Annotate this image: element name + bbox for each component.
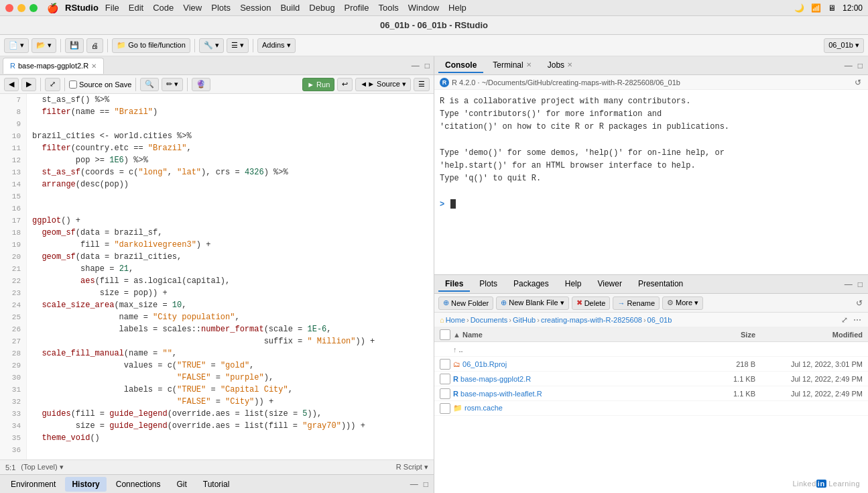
- select-all-checkbox[interactable]: [440, 329, 450, 340]
- col-modified-header[interactable]: Modified: [755, 331, 863, 339]
- forward-button[interactable]: ▶: [21, 78, 36, 91]
- tab-actions: — □: [410, 61, 431, 70]
- tab-help[interactable]: Help: [558, 277, 588, 292]
- tab-packages[interactable]: Packages: [507, 277, 556, 292]
- breadcrumb-home[interactable]: Home: [446, 316, 465, 324]
- minimize-editor-button[interactable]: —: [410, 61, 421, 70]
- breadcrumb-more-button[interactable]: ⋯: [852, 315, 863, 325]
- save-button[interactable]: 💾: [65, 38, 84, 53]
- close-button[interactable]: [5, 4, 13, 12]
- file-row-rproj[interactable]: 🗂 06_01b.Rproj 218 B Jul 12, 2022, 3:01 …: [434, 357, 868, 372]
- breadcrumb-repo[interactable]: creating-maps-with-R-2825608: [541, 316, 642, 324]
- project-button[interactable]: 06_01b ▾: [824, 38, 864, 53]
- menu-profile[interactable]: Profile: [342, 3, 372, 13]
- menu-view[interactable]: View: [180, 3, 204, 13]
- print-button[interactable]: 🖨: [86, 38, 103, 53]
- file-row-leaflet[interactable]: R base-maps-with-leaflet.R 1.1 KB Jul 12…: [434, 386, 868, 401]
- app-name: RStudio: [65, 3, 99, 13]
- open-file-button[interactable]: 📂 ▾: [32, 38, 56, 53]
- source-on-save-label[interactable]: Source on Save: [69, 80, 131, 89]
- file-row-up[interactable]: ↑ ..: [434, 342, 868, 357]
- jobs-close-icon[interactable]: ✕: [567, 61, 572, 68]
- menu-build[interactable]: Build: [277, 3, 302, 13]
- file-checkbox-rproj[interactable]: [440, 359, 450, 370]
- tab-terminal[interactable]: Terminal ✕: [486, 58, 538, 73]
- tab-viewer[interactable]: Viewer: [591, 277, 628, 292]
- menu-file[interactable]: File: [103, 3, 122, 13]
- code-options-button[interactable]: ✏ ▾: [162, 78, 183, 91]
- run-button[interactable]: ► Run: [302, 78, 334, 91]
- tab-close-icon[interactable]: ✕: [91, 62, 97, 70]
- options-dropdown-button[interactable]: ☰: [414, 78, 430, 91]
- tab-presentation[interactable]: Presentation: [631, 277, 690, 292]
- new-file-button[interactable]: 📄 ▾: [4, 38, 29, 53]
- menu-edit[interactable]: Edit: [126, 3, 146, 13]
- bottom-minimize-button[interactable]: —: [409, 480, 420, 489]
- more-button[interactable]: ⚙ More ▾: [662, 296, 703, 310]
- show-in-window-button[interactable]: ⤢: [45, 78, 60, 91]
- file-checkbox-leaflet[interactable]: [440, 388, 450, 399]
- editor-tab-r[interactable]: R base-maps-ggplot2.R ✕: [3, 58, 104, 74]
- files-section: Files Plots Packages Help Viewer Present…: [434, 275, 868, 493]
- file-row-ggplot2[interactable]: R base-maps-ggplot2.R 1.1 KB Jul 12, 202…: [434, 372, 868, 386]
- source-on-save-checkbox[interactable]: [69, 80, 77, 89]
- file-checkbox-cache[interactable]: [440, 403, 450, 414]
- code-editor[interactable]: 7 st_as_sf() %>% 8 filter(name == "Brazi…: [0, 94, 434, 459]
- menu-session[interactable]: Session: [237, 3, 273, 13]
- addins-button[interactable]: Addins ▾: [257, 38, 296, 53]
- menu-plots[interactable]: Plots: [208, 3, 233, 13]
- delete-button[interactable]: ✖ Delete: [572, 296, 611, 310]
- tab-git[interactable]: Git: [170, 477, 193, 492]
- tab-connections[interactable]: Connections: [109, 477, 168, 492]
- breadcrumb-github[interactable]: GitHub: [513, 316, 536, 324]
- source-button[interactable]: ◄► Source ▾: [355, 78, 411, 91]
- tab-files[interactable]: Files: [438, 277, 470, 292]
- menu-debug[interactable]: Debug: [306, 3, 337, 13]
- sep2: ›: [509, 316, 511, 324]
- new-blank-file-button[interactable]: ⊕ New Blank File ▾: [496, 296, 568, 310]
- tab-history[interactable]: History: [65, 477, 106, 492]
- search-button[interactable]: 🔍: [140, 78, 159, 91]
- wand-button[interactable]: 🔮: [192, 78, 210, 91]
- menu-tools[interactable]: Tools: [375, 3, 401, 13]
- menu-code[interactable]: Code: [150, 3, 176, 13]
- back-button[interactable]: ◀: [4, 78, 19, 91]
- files-minimize-button[interactable]: —: [843, 280, 854, 289]
- run-previous-button[interactable]: ↩: [337, 78, 353, 91]
- new-folder-button[interactable]: ⊕ New Folder: [438, 296, 493, 310]
- code-tools-button[interactable]: 🔧 ▾: [199, 38, 224, 53]
- breadcrumb-up-button[interactable]: ⤢: [840, 315, 849, 325]
- rename-button[interactable]: → Rename: [613, 296, 660, 310]
- minimize-button[interactable]: [17, 4, 25, 12]
- menu-help[interactable]: Help: [446, 3, 469, 13]
- code-line-27: 27 suffix = " Million")) +: [0, 335, 434, 347]
- tab-console[interactable]: Console: [438, 58, 483, 73]
- terminal-close-icon[interactable]: ✕: [526, 61, 532, 68]
- console-refresh-button[interactable]: ↺: [853, 78, 863, 87]
- col-name-header[interactable]: ▲ Name: [453, 331, 702, 339]
- maximize-editor-button[interactable]: □: [424, 61, 431, 70]
- options-button[interactable]: ☰ ▾: [227, 38, 249, 53]
- files-refresh-button[interactable]: ↺: [855, 298, 864, 308]
- col-size-header[interactable]: Size: [702, 331, 755, 339]
- goto-file-button[interactable]: 📁 Go to file/function: [112, 38, 190, 53]
- window-title: 06_01b - 06_01b - RStudio: [380, 20, 488, 30]
- file-checkbox-ggplot2[interactable]: [440, 374, 450, 384]
- left-panel: R base-maps-ggplot2.R ✕ — □ ◀ ▶ ⤢ Source…: [0, 56, 434, 493]
- files-list: ↑ .. 🗂 06_01b.Rproj 218 B: [434, 342, 868, 493]
- file-row-cache[interactable]: 📁 rosm.cache: [434, 401, 868, 416]
- menu-window[interactable]: Window: [406, 3, 442, 13]
- tab-tutorial[interactable]: Tutorial: [196, 477, 237, 492]
- code-level[interactable]: (Top Level) ▾: [21, 463, 63, 472]
- tab-plots[interactable]: Plots: [473, 277, 504, 292]
- console-minimize-button[interactable]: —: [843, 61, 854, 70]
- file-type[interactable]: R Script ▾: [396, 463, 428, 472]
- tab-environment[interactable]: Environment: [4, 477, 62, 492]
- fullscreen-button[interactable]: [29, 4, 38, 12]
- breadcrumb-folder[interactable]: 06_01b: [647, 316, 672, 324]
- breadcrumb-documents[interactable]: Documents: [471, 316, 508, 324]
- files-maximize-button[interactable]: □: [857, 280, 864, 289]
- bottom-maximize-button[interactable]: □: [422, 480, 430, 489]
- console-maximize-button[interactable]: □: [857, 61, 864, 70]
- tab-jobs[interactable]: Jobs ✕: [541, 58, 579, 73]
